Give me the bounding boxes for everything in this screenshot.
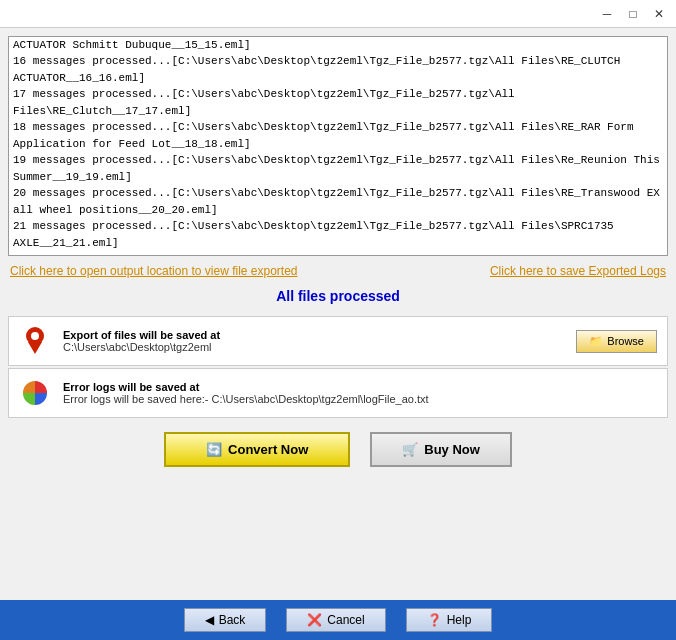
log-entry: 21 messages processed...[C:\Users\abc\De… [13,218,663,251]
status-text: All files processed [0,282,676,310]
export-panel-text: Export of files will be saved at C:\User… [63,329,564,353]
cancel-button[interactable]: ❌ Cancel [286,608,385,632]
svg-marker-2 [28,342,42,354]
action-row: 🔄 Convert Now 🛒 Buy Now [0,424,676,475]
close-button[interactable]: ✕ [650,5,668,23]
error-detail: Error logs will be saved here:- C:\Users… [63,393,657,405]
back-button[interactable]: ◀ Back [184,608,267,632]
error-label: Error logs will be saved at [63,381,657,393]
info-panels: Export of files will be saved at C:\User… [8,316,668,418]
location-icon [19,325,51,357]
svg-point-1 [31,332,39,340]
bottom-bar: ◀ Back ❌ Cancel ❓ Help [0,600,676,640]
browse-label: Browse [607,335,644,347]
back-icon: ◀ [205,613,214,627]
log-entry: 20 messages processed...[C:\Users\abc\De… [13,185,663,218]
folder-icon: 📁 [589,335,603,348]
title-bar: ─ □ ✕ [0,0,676,28]
export-label: Export of files will be saved at [63,329,564,341]
back-label: Back [219,613,246,627]
help-icon: ❓ [427,613,442,627]
log-entry: 19 messages processed...[C:\Users\abc\De… [13,152,663,185]
pie-chart-icon [19,377,51,409]
export-panel: Export of files will be saved at C:\User… [8,316,668,366]
save-logs-link[interactable]: Click here to save Exported Logs [490,264,666,278]
cancel-icon: ❌ [307,613,322,627]
convert-label: Convert Now [228,442,308,457]
convert-icon: 🔄 [206,442,222,457]
log-area[interactable]: 13 messages processed...[C:\Users\abc\De… [8,36,668,256]
minimize-button[interactable]: ─ [598,5,616,23]
browse-button[interactable]: 📁 Browse [576,330,657,353]
log-entry: 17 messages processed...[C:\Users\abc\De… [13,86,663,119]
help-label: Help [447,613,472,627]
open-output-link[interactable]: Click here to open output location to vi… [10,264,298,278]
log-entry: 18 messages processed...[C:\Users\abc\De… [13,119,663,152]
main-content: 13 messages processed...[C:\Users\abc\De… [0,28,676,600]
error-panel-text: Error logs will be saved at Error logs w… [63,381,657,405]
maximize-button[interactable]: □ [624,5,642,23]
help-button[interactable]: ❓ Help [406,608,493,632]
error-panel: Error logs will be saved at Error logs w… [8,368,668,418]
log-entry: 15 messages processed...[C:\Users\abc\De… [13,36,663,53]
buy-label: Buy Now [424,442,480,457]
export-path: C:\Users\abc\Desktop\tgz2eml [63,341,564,353]
buy-button[interactable]: 🛒 Buy Now [370,432,512,467]
links-row: Click here to open output location to vi… [0,260,676,282]
convert-button[interactable]: 🔄 Convert Now [164,432,350,467]
log-entry: 16 messages processed...[C:\Users\abc\De… [13,53,663,86]
cart-icon: 🛒 [402,442,418,457]
cancel-label: Cancel [327,613,364,627]
